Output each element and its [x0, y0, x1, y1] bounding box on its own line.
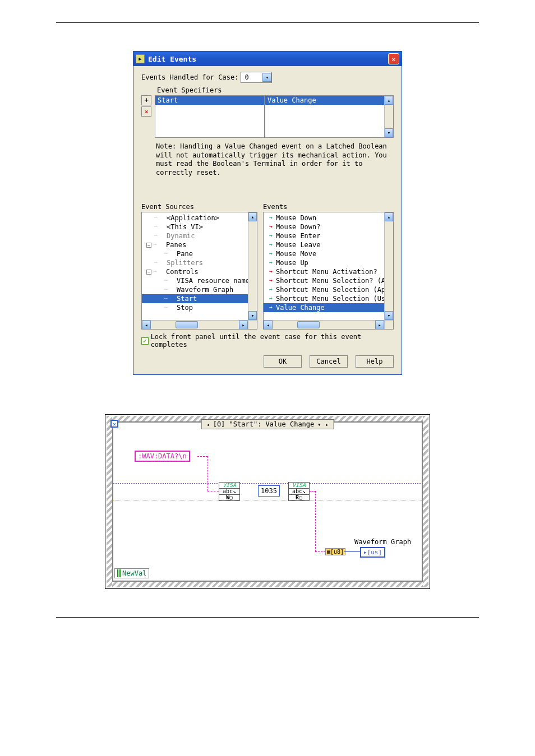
close-icon[interactable]: ✕: [110, 420, 118, 428]
numeric-constant[interactable]: 1035: [258, 485, 280, 497]
arrow-icon: ➔: [269, 294, 273, 303]
waveform-graph-indicator[interactable]: ▸[us]: [360, 547, 385, 558]
page-top-divider: [56, 22, 479, 23]
lock-panel-checkbox[interactable]: ✓: [141, 337, 149, 345]
ok-button[interactable]: OK: [264, 355, 302, 368]
event-structure-border: [423, 416, 428, 587]
scroll-up-icon[interactable]: ▴: [385, 212, 393, 221]
window-icon: ▶: [136, 54, 145, 63]
error-wire: [113, 500, 422, 500]
events-label: Events: [263, 203, 394, 211]
event-item[interactable]: ➔Mouse Down: [264, 214, 393, 222]
scroll-down-icon[interactable]: ▾: [248, 311, 257, 320]
scroll-corner: [384, 320, 393, 329]
prev-case-icon[interactable]: ◂: [205, 421, 211, 428]
arrow-icon: ➔: [269, 249, 273, 258]
arrow-icon: ➔: [269, 285, 273, 294]
event-structure[interactable]: ✕ ◂ [0] "Start": Value Change ▾ ▸ :WAV:D…: [112, 421, 423, 582]
newval-terminal[interactable]: NewVal: [114, 568, 149, 578]
event-item[interactable]: ➔Mouse Up: [264, 258, 393, 267]
tree-collapse-icon[interactable]: −: [146, 243, 151, 248]
scroll-up-icon[interactable]: ▴: [248, 212, 257, 221]
scroll-right-icon[interactable]: ▸: [239, 321, 248, 330]
event-item-value-change[interactable]: ➔Value Change: [264, 303, 393, 312]
event-item[interactable]: ➔Shortcut Menu Selection (App: [264, 285, 393, 294]
event-item[interactable]: ➔Shortcut Menu Activation?: [264, 267, 393, 276]
tree-item-splitters[interactable]: ┈Splitters: [142, 258, 257, 267]
string-constant[interactable]: :WAV:DATA?\n: [135, 451, 190, 462]
array-wire: [344, 551, 360, 552]
tree-collapse-icon[interactable]: −: [146, 270, 151, 275]
event-item[interactable]: ➔Shortcut Menu Selection (Use: [264, 294, 393, 303]
edit-events-dialog: ▶ Edit Events ✕ Events Handled for Case:…: [133, 51, 402, 375]
tree-item-waveform-graph[interactable]: ┈Waveform Graph: [142, 285, 257, 294]
add-specifier-button[interactable]: +: [141, 95, 151, 105]
tree-item-stop[interactable]: ┈Stop: [142, 303, 257, 312]
events-handled-label: Events Handled for Case:: [141, 73, 238, 81]
scroll-left-icon[interactable]: ◂: [264, 321, 273, 330]
event-structure-border: [109, 582, 426, 587]
string-wire: [207, 491, 219, 491]
terminal-icon: [117, 569, 121, 577]
event-case-selector[interactable]: ◂ [0] "Start": Value Change ▾ ▸: [201, 419, 334, 429]
specifier-source-list[interactable]: Start: [155, 95, 265, 138]
tree-hscrollbar[interactable]: ◂ ▸: [142, 320, 248, 329]
specifier-event-list[interactable]: Value Change ▴ ▾: [265, 95, 394, 138]
chevron-down-icon[interactable]: ▾: [262, 73, 271, 82]
specifier-source-item: Start: [155, 96, 264, 105]
specifier-event-item: Value Change: [265, 96, 393, 105]
scroll-down-icon[interactable]: ▾: [385, 128, 393, 137]
string-wire: [315, 551, 325, 552]
event-sources-label: Event Sources: [141, 203, 257, 211]
tree-item-start[interactable]: ┈Start: [142, 294, 257, 303]
remove-specifier-button[interactable]: ✕: [141, 106, 151, 117]
scroll-thumb[interactable]: [176, 321, 198, 328]
help-button[interactable]: Help: [356, 355, 394, 368]
scroll-up-icon[interactable]: ▴: [385, 96, 393, 105]
event-item[interactable]: ➔Mouse Enter: [264, 231, 393, 240]
window-title: Edit Events: [148, 55, 196, 63]
tree-item-this-vi[interactable]: ┈<This VI>: [142, 222, 257, 231]
event-item[interactable]: ➔Mouse Down?: [264, 222, 393, 231]
scroll-thumb[interactable]: [297, 321, 320, 328]
arrow-icon: ➔: [269, 276, 273, 285]
scroll-corner: [248, 320, 257, 329]
specifier-scrollbar[interactable]: ▴ ▾: [384, 96, 393, 137]
arrow-icon: ➔: [269, 303, 273, 312]
scroll-down-icon[interactable]: ▾: [385, 311, 393, 320]
close-button[interactable]: ✕: [388, 53, 399, 64]
tree-item-visa-resource[interactable]: ┈VISA resource name: [142, 276, 257, 285]
titlebar: ▶ Edit Events ✕: [133, 52, 402, 66]
events-list[interactable]: ➔Mouse Down ➔Mouse Down? ➔Mouse Enter ➔M…: [263, 212, 394, 330]
visa-wire: [310, 483, 422, 484]
visa-read-node[interactable]: VISA abc↘ R▢: [288, 482, 310, 501]
tree-item-pane[interactable]: ┈Pane: [142, 249, 257, 258]
arrow-icon: ➔: [269, 240, 273, 249]
string-to-byte-array-node[interactable]: ▦[u8]: [325, 548, 345, 555]
visa-wire: [113, 483, 219, 484]
arrow-icon: ➔: [269, 231, 273, 240]
case-index-select[interactable]: 0 ▾: [241, 72, 272, 83]
tree-item-dynamic[interactable]: ┈Dynamic: [142, 231, 257, 240]
event-item[interactable]: ➔Mouse Leave: [264, 240, 393, 249]
tree-item-controls[interactable]: −┈Controls: [142, 267, 257, 276]
event-structure-border: [107, 416, 112, 587]
cancel-button[interactable]: Cancel: [310, 355, 348, 368]
event-sources-tree[interactable]: ┈<Application> ┈<This VI> ┈Dynamic −┈Pan…: [141, 212, 257, 330]
string-wire: [197, 456, 207, 457]
visa-write-node[interactable]: VISA abc↘ W▢: [219, 482, 240, 501]
scroll-left-icon[interactable]: ◂: [142, 321, 151, 330]
string-wire: [310, 491, 315, 491]
events-vscrollbar[interactable]: ▴ ▾: [384, 212, 393, 320]
next-case-icon[interactable]: ▸: [324, 421, 330, 428]
events-hscrollbar[interactable]: ◂ ▸: [264, 320, 384, 329]
tree-item-panes[interactable]: −┈Panes: [142, 240, 257, 249]
tree-item-application[interactable]: ┈<Application>: [142, 214, 257, 222]
string-wire: [207, 456, 208, 491]
case-menu-icon[interactable]: ▾: [316, 421, 322, 428]
event-item[interactable]: ➔Shortcut Menu Selection? (Ap: [264, 276, 393, 285]
event-item[interactable]: ➔Mouse Move: [264, 249, 393, 258]
scroll-right-icon[interactable]: ▸: [375, 321, 384, 330]
tree-vscrollbar[interactable]: ▴ ▾: [248, 212, 257, 320]
dialog-body: Events Handled for Case: 0 ▾ Event Speci…: [133, 66, 402, 374]
